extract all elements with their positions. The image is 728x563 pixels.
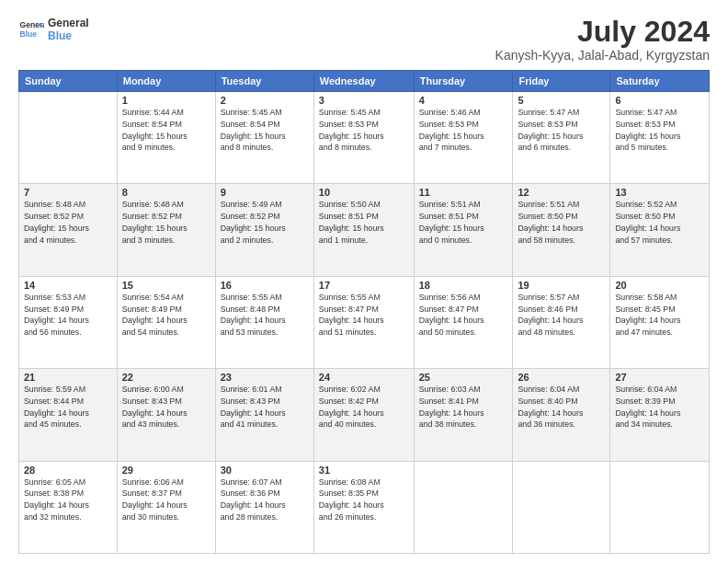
day-number: 4 (419, 95, 508, 106)
day-info: Sunrise: 5:56 AM Sunset: 8:47 PM Dayligh… (419, 292, 508, 339)
calendar-cell: 27Sunrise: 6:04 AM Sunset: 8:39 PM Dayli… (610, 369, 710, 461)
calendar-cell: 28Sunrise: 6:05 AM Sunset: 8:38 PM Dayli… (19, 461, 118, 553)
day-number: 20 (615, 280, 704, 291)
calendar-cell: 21Sunrise: 5:59 AM Sunset: 8:44 PM Dayli… (19, 369, 118, 461)
day-info: Sunrise: 6:04 AM Sunset: 8:39 PM Dayligh… (615, 384, 704, 431)
day-number: 5 (518, 95, 605, 106)
day-number: 22 (122, 372, 210, 383)
logo: General Blue General Blue (18, 17, 89, 42)
day-number: 6 (615, 95, 704, 106)
month-title: July 2024 (495, 17, 710, 46)
calendar-cell: 31Sunrise: 6:08 AM Sunset: 8:35 PM Dayli… (313, 461, 414, 553)
day-info: Sunrise: 6:06 AM Sunset: 8:37 PM Dayligh… (122, 477, 210, 523)
day-number: 17 (319, 280, 409, 291)
calendar-cell: 3Sunrise: 5:45 AM Sunset: 8:53 PM Daylig… (313, 92, 414, 184)
calendar-cell (610, 461, 710, 553)
header-cell-wednesday: Wednesday (313, 71, 414, 92)
day-number: 2 (221, 95, 309, 106)
day-number: 8 (122, 187, 210, 198)
day-info: Sunrise: 5:47 AM Sunset: 8:53 PM Dayligh… (518, 107, 605, 154)
calendar-cell (19, 92, 118, 184)
day-info: Sunrise: 6:01 AM Sunset: 8:43 PM Dayligh… (221, 384, 309, 431)
calendar-cell: 11Sunrise: 5:51 AM Sunset: 8:51 PM Dayli… (414, 184, 513, 276)
header-cell-tuesday: Tuesday (215, 71, 313, 92)
calendar-cell: 18Sunrise: 5:56 AM Sunset: 8:47 PM Dayli… (414, 276, 513, 368)
day-info: Sunrise: 5:59 AM Sunset: 8:44 PM Dayligh… (24, 384, 112, 431)
day-info: Sunrise: 5:48 AM Sunset: 8:52 PM Dayligh… (24, 199, 112, 246)
calendar-cell: 24Sunrise: 6:02 AM Sunset: 8:42 PM Dayli… (313, 369, 414, 461)
calendar-cell: 30Sunrise: 6:07 AM Sunset: 8:36 PM Dayli… (215, 461, 313, 553)
day-number: 15 (122, 280, 210, 291)
calendar-cell: 22Sunrise: 6:00 AM Sunset: 8:43 PM Dayli… (117, 369, 215, 461)
day-number: 27 (615, 372, 704, 383)
svg-text:Blue: Blue (20, 29, 38, 39)
logo-line1: General (48, 17, 89, 29)
day-number: 21 (24, 372, 112, 383)
day-info: Sunrise: 5:51 AM Sunset: 8:50 PM Dayligh… (518, 199, 605, 246)
day-number: 31 (319, 465, 409, 476)
calendar-cell: 5Sunrise: 5:47 AM Sunset: 8:53 PM Daylig… (513, 92, 610, 184)
calendar-cell: 19Sunrise: 5:57 AM Sunset: 8:46 PM Dayli… (513, 276, 610, 368)
day-info: Sunrise: 5:46 AM Sunset: 8:53 PM Dayligh… (419, 107, 508, 154)
day-info: Sunrise: 5:52 AM Sunset: 8:50 PM Dayligh… (615, 199, 704, 246)
day-number: 25 (419, 372, 508, 383)
day-info: Sunrise: 5:54 AM Sunset: 8:49 PM Dayligh… (122, 292, 210, 339)
day-info: Sunrise: 5:44 AM Sunset: 8:54 PM Dayligh… (122, 107, 210, 154)
week-row-5: 28Sunrise: 6:05 AM Sunset: 8:38 PM Dayli… (19, 461, 710, 553)
day-info: Sunrise: 5:49 AM Sunset: 8:52 PM Dayligh… (221, 199, 309, 246)
header-cell-sunday: Sunday (19, 71, 118, 92)
header-cell-friday: Friday (513, 71, 610, 92)
week-row-2: 7Sunrise: 5:48 AM Sunset: 8:52 PM Daylig… (19, 184, 710, 276)
calendar-cell (414, 461, 513, 553)
day-info: Sunrise: 5:48 AM Sunset: 8:52 PM Dayligh… (122, 199, 210, 246)
day-number: 28 (24, 465, 112, 476)
calendar-cell: 16Sunrise: 5:55 AM Sunset: 8:48 PM Dayli… (215, 276, 313, 368)
week-row-4: 21Sunrise: 5:59 AM Sunset: 8:44 PM Dayli… (19, 369, 710, 461)
calendar-cell: 26Sunrise: 6:04 AM Sunset: 8:40 PM Dayli… (513, 369, 610, 461)
day-info: Sunrise: 5:47 AM Sunset: 8:53 PM Dayligh… (615, 107, 704, 154)
day-number: 12 (518, 187, 605, 198)
location: Kanysh-Kyya, Jalal-Abad, Kyrgyzstan (495, 48, 710, 63)
day-info: Sunrise: 6:03 AM Sunset: 8:41 PM Dayligh… (419, 384, 508, 431)
logo-icon: General Blue (18, 17, 44, 42)
day-info: Sunrise: 5:51 AM Sunset: 8:51 PM Dayligh… (419, 199, 508, 246)
day-number: 30 (221, 465, 309, 476)
day-number: 9 (221, 187, 309, 198)
calendar-cell: 12Sunrise: 5:51 AM Sunset: 8:50 PM Dayli… (513, 184, 610, 276)
day-number: 29 (122, 465, 210, 476)
calendar-cell: 8Sunrise: 5:48 AM Sunset: 8:52 PM Daylig… (117, 184, 215, 276)
day-info: Sunrise: 6:07 AM Sunset: 8:36 PM Dayligh… (221, 477, 309, 523)
day-info: Sunrise: 6:04 AM Sunset: 8:40 PM Dayligh… (518, 384, 605, 431)
calendar-cell: 1Sunrise: 5:44 AM Sunset: 8:54 PM Daylig… (117, 92, 215, 184)
calendar-cell: 6Sunrise: 5:47 AM Sunset: 8:53 PM Daylig… (610, 92, 710, 184)
day-number: 24 (319, 372, 409, 383)
calendar-cell: 15Sunrise: 5:54 AM Sunset: 8:49 PM Dayli… (117, 276, 215, 368)
calendar-cell: 4Sunrise: 5:46 AM Sunset: 8:53 PM Daylig… (414, 92, 513, 184)
week-row-1: 1Sunrise: 5:44 AM Sunset: 8:54 PM Daylig… (19, 92, 710, 184)
day-number: 26 (518, 372, 605, 383)
day-number: 23 (221, 372, 309, 383)
header-cell-thursday: Thursday (414, 71, 513, 92)
calendar-cell: 25Sunrise: 6:03 AM Sunset: 8:41 PM Dayli… (414, 369, 513, 461)
calendar-cell: 17Sunrise: 5:55 AM Sunset: 8:47 PM Dayli… (313, 276, 414, 368)
day-number: 1 (122, 95, 210, 106)
calendar-cell: 20Sunrise: 5:58 AM Sunset: 8:45 PM Dayli… (610, 276, 710, 368)
header-cell-monday: Monday (117, 71, 215, 92)
calendar-cell: 23Sunrise: 6:01 AM Sunset: 8:43 PM Dayli… (215, 369, 313, 461)
day-number: 13 (615, 187, 704, 198)
day-info: Sunrise: 5:57 AM Sunset: 8:46 PM Dayligh… (518, 292, 605, 339)
calendar-cell: 14Sunrise: 5:53 AM Sunset: 8:49 PM Dayli… (19, 276, 118, 368)
calendar-cell: 29Sunrise: 6:06 AM Sunset: 8:37 PM Dayli… (117, 461, 215, 553)
calendar-cell: 10Sunrise: 5:50 AM Sunset: 8:51 PM Dayli… (313, 184, 414, 276)
day-number: 7 (24, 187, 112, 198)
calendar-cell (513, 461, 610, 553)
day-info: Sunrise: 6:00 AM Sunset: 8:43 PM Dayligh… (122, 384, 210, 431)
calendar-cell: 9Sunrise: 5:49 AM Sunset: 8:52 PM Daylig… (215, 184, 313, 276)
page-header: General Blue General Blue July 2024 Kany… (18, 17, 710, 63)
calendar-cell: 13Sunrise: 5:52 AM Sunset: 8:50 PM Dayli… (610, 184, 710, 276)
day-info: Sunrise: 5:53 AM Sunset: 8:49 PM Dayligh… (24, 292, 112, 339)
day-number: 19 (518, 280, 605, 291)
day-info: Sunrise: 6:02 AM Sunset: 8:42 PM Dayligh… (319, 384, 409, 431)
day-info: Sunrise: 5:45 AM Sunset: 8:53 PM Dayligh… (319, 107, 409, 154)
logo-line2: Blue (48, 29, 89, 42)
